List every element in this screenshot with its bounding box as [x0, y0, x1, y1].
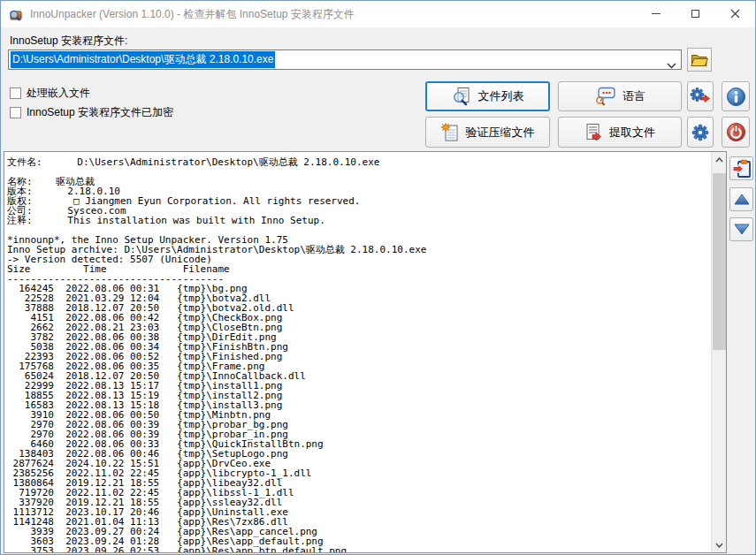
- scrollbar-thumb[interactable]: [713, 173, 726, 350]
- triangle-down-icon: [734, 224, 750, 235]
- file-list-label: 文件列表: [478, 88, 524, 104]
- language-icon: [594, 87, 615, 106]
- output-panel: 文件名: D:\Users\Administrator\Desktop\驱动总裁…: [4, 151, 727, 553]
- extract-files-label: 提取文件: [609, 125, 655, 141]
- minimize-button[interactable]: [636, 1, 676, 27]
- installer-path-value[interactable]: D:\Users\Administrator\Desktop\驱动总裁 2.18…: [11, 51, 275, 68]
- scroll-to-bottom-button[interactable]: [729, 217, 753, 241]
- process-embedded-label: 处理嵌入文件: [27, 86, 90, 101]
- extract-files-button[interactable]: 提取文件: [558, 117, 682, 148]
- file-list-icon: [452, 87, 471, 106]
- browse-button[interactable]: [687, 48, 712, 72]
- minimize-icon: [652, 13, 661, 14]
- info-icon: [726, 87, 746, 107]
- output-text[interactable]: 文件名: D:\Users\Administrator\Desktop\驱动总裁…: [7, 157, 426, 553]
- settings-button[interactable]: [687, 117, 714, 148]
- option-process-embedded[interactable]: 处理嵌入文件: [10, 86, 90, 101]
- combobox-dropdown-icon[interactable]: [667, 57, 676, 72]
- chevron-down-icon: [715, 543, 723, 548]
- about-button[interactable]: [722, 81, 750, 111]
- verify-archive-label: 验证压缩文件: [466, 125, 535, 141]
- chevron-up-icon: [715, 157, 723, 163]
- app-icon: [9, 7, 23, 21]
- scroll-to-top-button[interactable]: [729, 187, 753, 211]
- gear-icon: [691, 124, 709, 141]
- copy-to-clipboard-button[interactable]: [729, 156, 753, 180]
- innounpacker-window: InnoUnpacker (Version 1.10.0) - 检查并解包 In…: [0, 0, 756, 555]
- close-icon: [730, 9, 740, 19]
- option-encrypted[interactable]: InnoSetup 安装程序文件已加密: [10, 105, 173, 120]
- verify-archive-button[interactable]: 验证压缩文件: [425, 117, 550, 148]
- window-title: InnoUnpacker (Version 1.10.0) - 检查并解包 In…: [30, 7, 355, 22]
- scroll-down-button[interactable]: [712, 537, 727, 552]
- title-bar: InnoUnpacker (Version 1.10.0) - 检查并解包 In…: [1, 1, 755, 27]
- extract-files-icon: [584, 123, 602, 142]
- power-icon: [726, 122, 746, 142]
- triangle-up-icon: [734, 194, 750, 205]
- language-button[interactable]: 语言: [558, 81, 682, 111]
- unpack-options-button[interactable]: [687, 81, 714, 111]
- burst: [441, 123, 450, 131]
- maximize-icon: [691, 10, 699, 18]
- close-button[interactable]: [715, 1, 755, 27]
- encrypted-label: InnoSetup 安装程序文件已加密: [27, 105, 173, 120]
- scroll-up-button[interactable]: [712, 152, 727, 167]
- gear-forward-icon: [690, 87, 711, 105]
- installer-file-label: InnoSetup 安装程序文件:: [10, 34, 127, 49]
- clipboard-icon: [731, 158, 752, 179]
- process-embedded-checkbox[interactable]: [10, 87, 21, 99]
- vertical-scrollbar[interactable]: [711, 152, 726, 552]
- open-folder-icon: [691, 53, 708, 67]
- file-list-button[interactable]: 文件列表: [425, 81, 550, 111]
- exit-button[interactable]: [722, 117, 750, 148]
- verify-archive-icon: [441, 123, 459, 142]
- installer-path-combobox[interactable]: D:\Users\Administrator\Desktop\驱动总裁 2.18…: [8, 49, 682, 70]
- maximize-button[interactable]: [676, 1, 715, 27]
- language-label: 语言: [622, 88, 645, 104]
- encrypted-checkbox[interactable]: [10, 107, 21, 118]
